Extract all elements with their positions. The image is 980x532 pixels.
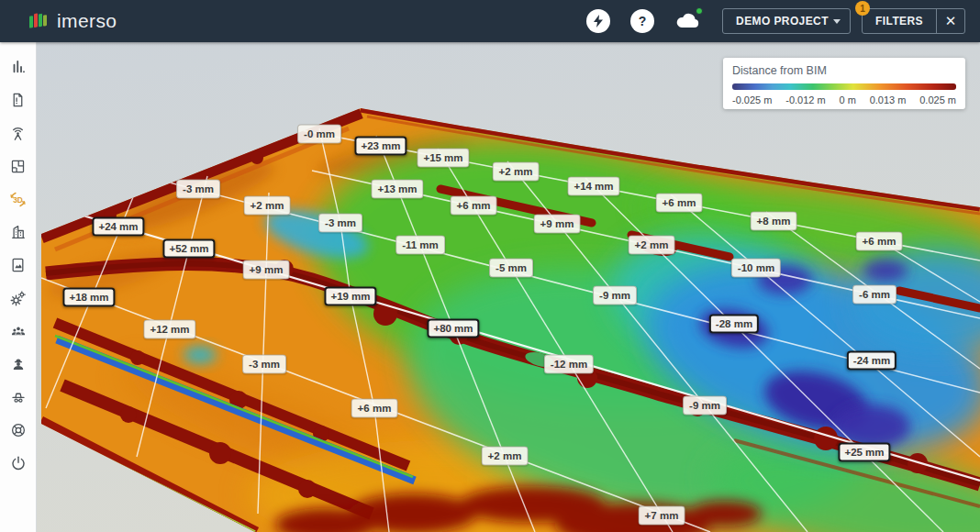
measurement-label[interactable]: +7 mm xyxy=(639,506,685,526)
image-file-icon xyxy=(10,257,26,273)
measurement-label[interactable]: +2 mm xyxy=(482,447,529,466)
lifebuoy-icon xyxy=(10,422,27,438)
sidebar-item-floorplan[interactable] xyxy=(7,156,29,176)
measurement-label[interactable]: +80 mm xyxy=(427,319,479,338)
legend-tick: 0.013 m xyxy=(870,94,907,105)
help-glyph: ? xyxy=(639,14,647,28)
app-window: -0 mm+23 mm+15 mm+2 mm+14 mm+6 mm+8 mm+6… xyxy=(0,0,980,532)
project-selector-label: DEMO PROJECT xyxy=(736,15,829,28)
rotate-3d-icon: 3D xyxy=(8,190,28,209)
measurement-label[interactable]: +23 mm xyxy=(354,137,406,156)
legend-tick: 0.025 m xyxy=(919,94,956,105)
legend-tick: 0 m xyxy=(840,94,856,105)
sidebar-item-support[interactable] xyxy=(7,420,29,440)
scan-station-icon xyxy=(9,125,27,142)
measurement-label[interactable]: -9 mm xyxy=(683,396,727,416)
measurement-label[interactable]: +18 mm xyxy=(62,288,115,307)
sidebar-item-incognito[interactable] xyxy=(7,387,29,407)
sidebar-item-snapshots[interactable] xyxy=(7,255,29,275)
measurement-label[interactable]: +15 mm xyxy=(417,149,469,168)
project-selector[interactable]: DEMO PROJECT xyxy=(722,8,851,34)
filters-button-label: FILTERS xyxy=(875,15,923,28)
bar-chart-icon xyxy=(10,59,27,75)
team-icon xyxy=(9,323,28,339)
measurement-label[interactable]: -5 mm xyxy=(489,259,533,278)
filters-button[interactable]: FILTERS xyxy=(863,9,936,33)
legend-ticks: -0.025 m -0.012 m 0 m 0.013 m 0.025 m xyxy=(732,94,956,105)
measurement-label[interactable]: -3 mm xyxy=(318,214,362,233)
file-alert-icon xyxy=(10,92,26,108)
cloud-sync-icon[interactable] xyxy=(674,9,702,33)
measurement-label[interactable]: +6 mm xyxy=(656,194,703,213)
measurement-label[interactable]: +6 mm xyxy=(351,399,398,418)
imerso-logo[interactable]: imerso xyxy=(28,10,117,32)
sidebar-item-scans[interactable] xyxy=(7,123,29,143)
legend-tick: -0.012 m xyxy=(785,94,825,105)
legend-card: Distance from BIM -0.025 m -0.012 m 0 m … xyxy=(723,58,965,109)
measurement-label[interactable]: -9 mm xyxy=(593,286,637,305)
measurement-label[interactable]: -3 mm xyxy=(242,355,286,374)
worker-icon xyxy=(10,356,27,372)
top-bar: imerso ? DEMO PROJECT 1 FILTERS xyxy=(0,0,980,42)
measurement-label[interactable]: +2 mm xyxy=(493,162,540,182)
legend-gradient-bar xyxy=(732,83,956,90)
gears-icon xyxy=(9,290,27,307)
measurement-label[interactable]: -24 mm xyxy=(847,351,896,371)
building-icon xyxy=(10,224,27,240)
chevron-down-icon xyxy=(833,19,841,24)
measurement-label[interactable]: +2 mm xyxy=(244,196,291,216)
legend-title: Distance from BIM xyxy=(732,64,956,77)
measurement-label[interactable]: +9 mm xyxy=(534,215,581,234)
measurement-label[interactable]: +9 mm xyxy=(243,260,290,280)
help-icon[interactable]: ? xyxy=(630,9,654,33)
sidebar-item-dashboard[interactable] xyxy=(7,57,29,77)
close-icon: ✕ xyxy=(945,13,957,29)
sidebar-item-3d-view[interactable]: 3D xyxy=(7,189,29,209)
sidebar-item-settings[interactable] xyxy=(7,288,29,308)
measurement-label[interactable]: +19 mm xyxy=(324,287,376,306)
sidebar-item-logout[interactable] xyxy=(7,453,29,473)
sidebar-nav: 3D xyxy=(0,42,37,532)
svg-text:3D: 3D xyxy=(13,194,23,204)
measurement-label[interactable]: +24 mm xyxy=(92,217,144,237)
measurement-label[interactable]: -10 mm xyxy=(731,259,781,278)
measurement-label[interactable]: +6 mm xyxy=(451,196,497,216)
imerso-logo-icon xyxy=(28,11,50,31)
measurement-label[interactable]: +52 mm xyxy=(162,239,215,259)
topbar-actions: ? DEMO PROJECT 1 FILTERS ✕ xyxy=(586,8,965,34)
flash-icon[interactable] xyxy=(586,9,610,33)
sidebar-item-building[interactable] xyxy=(7,222,29,242)
measurement-label[interactable]: +2 mm xyxy=(629,236,675,255)
measurement-label[interactable]: -11 mm xyxy=(395,236,445,255)
sidebar-item-worker[interactable] xyxy=(7,354,29,374)
measurement-label[interactable]: +6 mm xyxy=(856,232,903,251)
power-icon xyxy=(10,455,27,471)
measurement-label[interactable]: -6 mm xyxy=(852,285,896,305)
measurement-label[interactable]: +12 mm xyxy=(143,320,195,339)
app-name: imerso xyxy=(57,10,117,32)
measurement-label[interactable]: -12 mm xyxy=(544,355,594,374)
measurement-label[interactable]: -3 mm xyxy=(176,180,220,199)
floorplan-icon xyxy=(10,159,26,174)
measurement-label[interactable]: +14 mm xyxy=(567,177,619,196)
close-button[interactable]: ✕ xyxy=(937,9,964,33)
filters-badge: 1 xyxy=(855,1,870,16)
incognito-icon xyxy=(9,389,28,405)
measurement-label[interactable]: -28 mm xyxy=(709,315,759,334)
sidebar-item-reports[interactable] xyxy=(7,90,29,110)
filters-group: 1 FILTERS ✕ xyxy=(862,8,965,34)
measurement-label[interactable]: +13 mm xyxy=(371,180,423,199)
measurement-label[interactable]: -0 mm xyxy=(297,125,341,144)
sidebar-item-team[interactable] xyxy=(7,321,29,341)
legend-tick: -0.025 m xyxy=(732,94,772,105)
measurement-label[interactable]: +25 mm xyxy=(838,443,890,462)
measurement-label[interactable]: +8 mm xyxy=(751,212,797,231)
